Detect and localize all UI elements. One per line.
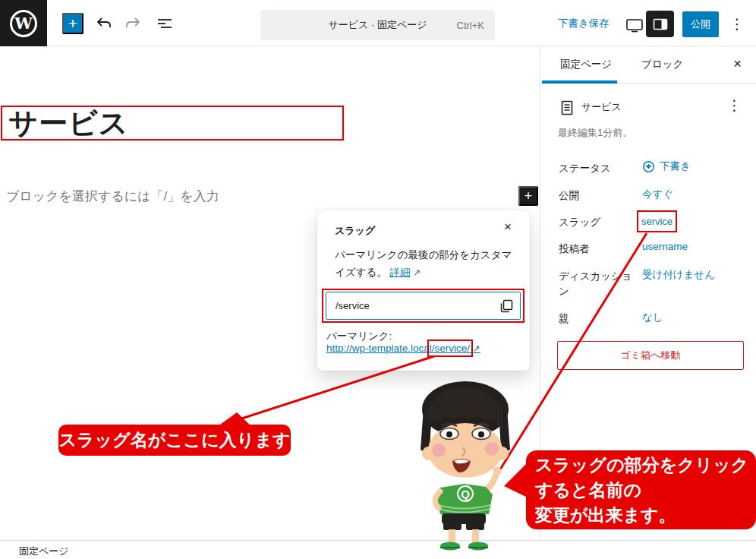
tab-page-settings[interactable]: 固定ページ (560, 58, 612, 71)
desktop-preview-icon (625, 17, 644, 33)
author-value-button[interactable]: username (642, 241, 688, 252)
publish-date-label: 公開 (559, 188, 638, 204)
popover-title: スラッグ (335, 224, 375, 238)
wordpress-block-editor: W + サービス · 固定ページ Ctrl+K 下書き保存 (0, 0, 756, 559)
close-icon: × (504, 219, 512, 234)
list-view-button[interactable] (152, 12, 178, 35)
status-value-button[interactable]: 下書き (642, 159, 691, 173)
permalink-label: パーマリンク: (326, 330, 392, 343)
discussion-label: ディスカッション (559, 269, 638, 299)
publish-date-value-button[interactable]: 今すぐ (642, 188, 673, 201)
status-label: ステータス (559, 161, 638, 176)
undo-button[interactable] (91, 12, 117, 35)
draft-status-icon (642, 160, 655, 173)
wordpress-icon: W (10, 10, 37, 37)
page-actions-menu-button[interactable]: ⋮ (727, 98, 742, 112)
editor-footer: 固定ページ (0, 540, 756, 559)
copy-button[interactable] (496, 298, 516, 314)
slug-highlight-box: service (637, 210, 677, 232)
redo-button[interactable] (120, 12, 146, 35)
last-edited-text: 最終編集1分前。 (558, 126, 632, 140)
settings-sidebar-toggle[interactable] (646, 11, 674, 37)
block-append-button[interactable]: + (518, 186, 538, 206)
close-sidebar-button[interactable]: × (733, 56, 742, 71)
permalink-slug-highlight-box (427, 340, 473, 357)
slug-click-annotation-callout: スラッグの部分をクリック すると名前の 変更が出来ます。 (526, 450, 756, 529)
mascot-illustration: Q (417, 377, 512, 556)
title-highlight-box: サービス (1, 106, 344, 141)
close-icon: × (733, 55, 742, 71)
parent-value-button[interactable]: なし (642, 311, 663, 324)
callout-line: 変更が出来ます。 (535, 503, 756, 528)
document-title: サービス · 固定ページ (328, 18, 427, 32)
plus-icon: + (68, 14, 77, 33)
page-title[interactable]: サービス (8, 104, 129, 143)
kebab-icon: ⋮ (730, 17, 745, 31)
plus-icon: + (524, 188, 533, 204)
move-to-trash-button[interactable]: ゴミ箱へ移動 (557, 341, 744, 370)
external-link-icon: ↗ (473, 343, 480, 354)
publish-button[interactable]: 公開 (682, 11, 719, 37)
sidebar-doc-title: サービス (581, 100, 622, 114)
save-draft-button[interactable]: 下書き保存 (558, 17, 610, 30)
status-value: 下書き (660, 159, 691, 173)
kebab-icon: ⋮ (727, 97, 742, 113)
slug-input[interactable] (326, 292, 521, 320)
copy-icon (499, 298, 514, 314)
active-tab-indicator (542, 81, 617, 84)
redo-icon (124, 17, 141, 30)
slug-annotation-callout: スラッグ名がここに入ります (58, 425, 291, 456)
preview-button[interactable] (624, 16, 645, 34)
author-label: 投稿者 (559, 242, 638, 257)
external-link-icon: ↗ (413, 267, 421, 278)
wordpress-logo-button[interactable]: W (0, 0, 47, 46)
sidebar-icon (653, 18, 668, 30)
popover-close-button[interactable]: × (504, 220, 512, 233)
document-summary-row: サービス ⋮ (540, 95, 756, 121)
sidebar-tabs: 固定ページ ブロック × (540, 46, 756, 84)
keyboard-shortcut: Ctrl+K (457, 20, 484, 31)
page-icon (560, 100, 574, 115)
undo-icon (96, 17, 112, 30)
slug-label: スラッグ (559, 215, 638, 230)
slug-value-button[interactable]: service (641, 216, 673, 226)
slug-popover: スラッグ × パーマリンクの最後の部分をカスタマイズする。 詳細 ↗ パーマリン… (317, 210, 530, 371)
command-palette-button[interactable]: サービス · 固定ページ Ctrl+K (260, 10, 495, 40)
breadcrumb-post-type[interactable]: 固定ページ (19, 545, 69, 558)
list-view-icon (157, 17, 172, 30)
mascot-shirt-letter: Q (461, 488, 470, 501)
block-placeholder-text[interactable]: ブロックを選択するには「/」を入力 (6, 188, 219, 205)
discussion-value-button[interactable]: 受け付けません (642, 268, 715, 282)
callout-line: すると名前の (535, 478, 756, 503)
callout-line: スラッグの部分をクリック (535, 453, 756, 478)
options-menu-button[interactable]: ⋮ (727, 13, 747, 34)
block-inserter-button[interactable]: + (62, 13, 83, 34)
popover-description: パーマリンクの最後の部分をカスタマイズする。 詳細 ↗ (335, 246, 518, 282)
tab-block-settings[interactable]: ブロック (641, 58, 683, 71)
parent-label: 親 (559, 311, 638, 327)
details-link[interactable]: 詳細 (390, 267, 411, 278)
description-text: パーマリンクの最後の部分をカスタマイズする。 (335, 249, 512, 278)
